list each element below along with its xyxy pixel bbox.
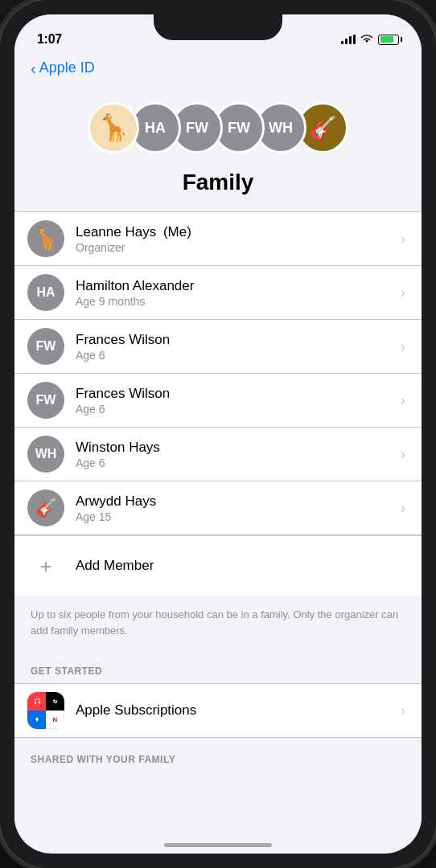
shared-header: SHARED WITH YOUR FAMILY xyxy=(14,738,422,772)
battery-icon xyxy=(378,35,399,45)
chevron-icon: › xyxy=(401,392,405,409)
item-info-winston: Winston Hays Age 6 xyxy=(64,440,401,469)
list-item[interactable]: 🦒 Leanne Hays (Me) Organizer › xyxy=(14,212,422,266)
chevron-icon: › xyxy=(401,338,405,355)
item-sub-winston: Age 6 xyxy=(76,457,401,469)
home-indicator xyxy=(164,843,272,847)
item-name-frances2: Frances Wilson xyxy=(76,386,401,402)
item-info-leanne: Leanne Hays (Me) Organizer xyxy=(64,224,401,254)
item-info-hamilton: Hamilton Alexander Age 9 months xyxy=(64,278,401,308)
item-sub-arwydd: Age 15 xyxy=(76,510,401,523)
avatar-frances1-small: FW xyxy=(27,328,64,365)
signal-bars-icon xyxy=(341,35,356,44)
svg-point-0 xyxy=(34,702,35,703)
item-name-winston: Winston Hays xyxy=(76,440,401,456)
arcade-icon xyxy=(27,710,46,729)
avatar-winston-small: WH xyxy=(27,436,64,473)
back-chevron-icon: ‹ xyxy=(31,60,36,76)
item-name-hamilton: Hamilton Alexander xyxy=(76,278,401,294)
chevron-icon: › xyxy=(401,702,405,719)
list-item[interactable]: FW Frances Wilson Age 6 › xyxy=(14,320,422,374)
item-sub-hamilton: Age 9 months xyxy=(76,295,401,308)
tv-icon: tv xyxy=(46,692,64,710)
item-info-arwydd: Arwydd Hays Age 15 xyxy=(64,493,401,523)
family-title: Family xyxy=(14,166,422,211)
list-item[interactable]: 🎸 Arwydd Hays Age 15 › xyxy=(14,481,422,534)
list-item[interactable]: FW Frances Wilson Age 6 › xyxy=(14,374,422,428)
item-info-frances1: Frances Wilson Age 6 xyxy=(64,332,401,362)
apple-subscriptions-row[interactable]: tv N Apple Subscriptions › xyxy=(14,683,422,738)
avatar-leanne-small: 🦒 xyxy=(27,220,64,257)
list-item[interactable]: HA Hamilton Alexander Age 9 months › xyxy=(14,266,422,320)
nav-bar: ‹ Apple ID xyxy=(14,53,422,86)
item-name-frances1: Frances Wilson xyxy=(76,332,401,348)
item-info-frances2: Frances Wilson Age 6 xyxy=(64,386,401,416)
back-label: Apple ID xyxy=(39,59,95,76)
phone-frame: 1:07 xyxy=(0,0,436,868)
wifi-icon xyxy=(360,33,373,46)
add-member-button[interactable]: ＋ Add Member xyxy=(14,535,422,596)
svg-point-1 xyxy=(38,701,39,702)
item-name-arwydd: Arwydd Hays xyxy=(76,493,401,510)
content-area: 🦒 HA FW FW WH xyxy=(14,86,422,845)
add-member-label: Add Member xyxy=(64,558,154,574)
music-icon xyxy=(27,692,46,710)
avatar-strip: 🦒 HA FW FW WH xyxy=(14,86,422,166)
avatar-leanne: 🦒 xyxy=(88,102,139,154)
subscriptions-label: Apple Subscriptions xyxy=(64,702,401,719)
avatar-hamilton-small: HA xyxy=(27,274,64,311)
notch xyxy=(154,14,282,40)
add-icon: ＋ xyxy=(27,547,64,584)
avatar-arwydd-small: 🎸 xyxy=(27,489,64,526)
item-sub-frances2: Age 6 xyxy=(76,403,401,416)
chevron-icon: › xyxy=(401,231,405,248)
member-list: 🦒 Leanne Hays (Me) Organizer › HA xyxy=(14,211,422,535)
chevron-icon: › xyxy=(401,500,405,517)
chevron-icon: › xyxy=(401,446,405,463)
item-name-leanne: Leanne Hays (Me) xyxy=(76,224,401,240)
item-sub-frances1: Age 6 xyxy=(76,349,401,362)
get-started-header: GET STARTED xyxy=(14,649,422,683)
family-info-text: Up to six people from your household can… xyxy=(14,596,422,649)
status-icons xyxy=(341,33,399,46)
apple-subscriptions-icon: tv N xyxy=(27,692,64,729)
news-icon: N xyxy=(46,710,64,729)
item-sub-leanne: Organizer xyxy=(76,241,401,254)
battery-fill xyxy=(380,36,394,43)
phone-screen: 1:07 xyxy=(14,14,422,854)
list-item[interactable]: WH Winston Hays Age 6 › xyxy=(14,428,422,481)
chevron-icon: › xyxy=(401,285,405,301)
avatar-frances2-small: FW xyxy=(27,382,64,419)
status-time: 1:07 xyxy=(37,32,62,47)
back-button[interactable]: ‹ Apple ID xyxy=(31,59,95,76)
